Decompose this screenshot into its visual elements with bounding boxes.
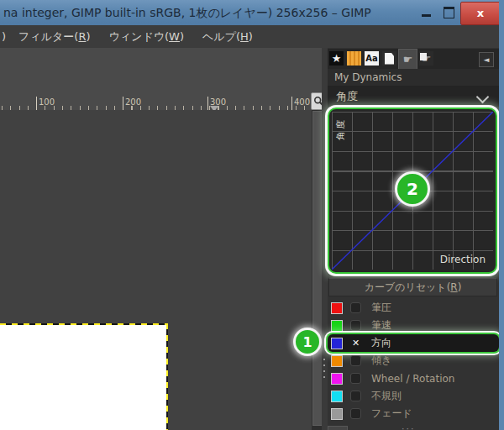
- row-label: 筆速: [371, 318, 391, 333]
- row-velocity[interactable]: 筆速: [328, 317, 499, 334]
- menu-bar: ) フィルター(R) ウィンドウ(W) ヘルプ(H): [0, 25, 499, 49]
- divider-grip: [323, 364, 325, 366]
- image-viewport[interactable]: [0, 110, 312, 430]
- divider-grip: [323, 370, 325, 372]
- font-icon: Aa: [365, 51, 379, 66]
- checkbox[interactable]: [350, 373, 361, 384]
- dropdown-value: 角度: [336, 90, 358, 102]
- checkbox[interactable]: [350, 355, 361, 366]
- dynamics-name-header: My Dynamics: [328, 69, 499, 87]
- dynamics-editor-panel: ★ Aa ☛ ☛ ◄ My Dynamics 角度 角度 Direction カ…: [328, 48, 499, 430]
- layer-boundary-right: [166, 323, 168, 430]
- window-title: na integer, GIMP built-in sRGB, 1枚のレイヤー)…: [3, 0, 371, 25]
- chevron-down-icon: [476, 91, 490, 104]
- tab-document-history[interactable]: [381, 49, 398, 68]
- row-label: 不規則: [371, 389, 402, 403]
- checkbox-checked[interactable]: ✕: [350, 338, 361, 349]
- row-label: Wheel / Rotation: [371, 373, 454, 385]
- dock-divider[interactable]: [322, 48, 328, 430]
- ruler-tick: [207, 97, 208, 111]
- color-swatch: [331, 338, 343, 349]
- tab-patterns[interactable]: [345, 49, 363, 68]
- menu-item-windows[interactable]: ウィンドウ(W): [100, 29, 194, 45]
- reset-curve-button[interactable]: カーブのリセット(R): [328, 278, 497, 296]
- maximize-icon: [444, 7, 454, 18]
- bottom-toolbar-stub: [328, 426, 348, 430]
- document-icon: [382, 51, 396, 66]
- title-bar: na integer, GIMP built-in sRGB, 1枚のレイヤー)…: [0, 0, 504, 25]
- row-direction-selected[interactable]: ✕ 方向: [328, 334, 499, 352]
- dynamics-hand-icon: ☛: [401, 52, 415, 66]
- tab-tool-presets[interactable]: ☛: [417, 49, 435, 68]
- checkbox[interactable]: [350, 391, 361, 401]
- ruler-label-400: 400: [294, 97, 310, 107]
- ruler-tick: [36, 97, 37, 111]
- menu-item-filters[interactable]: フィルター(R): [9, 29, 99, 45]
- vertical-scrollbar[interactable]: [312, 110, 322, 430]
- page-shape: [385, 53, 394, 65]
- row-pressure[interactable]: 筆圧: [328, 299, 499, 317]
- checkbox[interactable]: [350, 302, 361, 313]
- divider-grip: [323, 359, 325, 360]
- color-swatch: [331, 355, 343, 367]
- pattern-icon: [347, 51, 361, 66]
- checkbox[interactable]: [350, 320, 361, 331]
- horizontal-ruler[interactable]: 100 200 300 400: [0, 95, 311, 111]
- dynamics-output-list: 筆圧 筆速 ✕ 方向 傾き Wheel / Rotation: [328, 299, 499, 422]
- ruler-tick: [291, 97, 292, 111]
- row-label: フェード: [371, 406, 412, 421]
- canvas-area: 100 200 300 400: [0, 48, 322, 430]
- menu-item-partial[interactable]: ): [0, 30, 9, 43]
- minimize-icon: [422, 14, 431, 17]
- maximize-button[interactable]: [438, 5, 459, 19]
- row-label: 方向: [371, 336, 391, 350]
- color-swatch: [331, 408, 343, 420]
- close-button[interactable]: x: [460, 2, 501, 25]
- close-icon: x: [477, 7, 484, 19]
- color-swatch: [331, 373, 343, 385]
- row-tilt[interactable]: 傾き: [328, 352, 499, 370]
- output-select-dropdown[interactable]: 角度: [328, 87, 499, 107]
- tab-fonts[interactable]: Aa: [363, 49, 381, 68]
- row-label: 傾き: [371, 354, 391, 368]
- curve-x-axis-label: Direction: [440, 254, 486, 265]
- ruler-label-200: 200: [125, 97, 141, 107]
- row-fade[interactable]: フェード: [328, 405, 499, 422]
- tab-brushes[interactable]: ★: [328, 49, 345, 68]
- dock-tab-bar: ★ Aa ☛ ☛ ◄: [328, 49, 499, 69]
- divider-grip: [323, 376, 325, 378]
- annotation-step-1: 1: [293, 328, 322, 356]
- row-label: 筆圧: [371, 301, 391, 315]
- annotation-step-2: 2: [395, 171, 430, 207]
- dock-collapse-button[interactable]: ◄: [479, 52, 494, 67]
- checkbox[interactable]: [350, 408, 361, 419]
- row-wheel-rotation[interactable]: Wheel / Rotation: [328, 370, 499, 387]
- tool-preset-hand-icon: ☛: [419, 51, 433, 66]
- ruler-tick: [123, 97, 123, 111]
- tab-dynamics-active[interactable]: ☛: [398, 49, 417, 69]
- panel-resize-grip[interactable]: ···: [402, 423, 416, 430]
- curve-y-axis-label: 角度: [334, 118, 347, 140]
- preset-square: [420, 53, 427, 60]
- star-icon: ★: [329, 51, 344, 66]
- minimize-button[interactable]: [417, 5, 437, 19]
- gimp-window: na integer, GIMP built-in sRGB, 1枚のレイヤー)…: [0, 0, 504, 430]
- row-random[interactable]: 不規則: [328, 387, 499, 405]
- color-swatch: [331, 391, 343, 402]
- window-border: [499, 0, 504, 430]
- image-layer-white[interactable]: [0, 325, 166, 430]
- ruler-label-100: 100: [39, 97, 55, 107]
- menu-item-help[interactable]: ヘルプ(H): [193, 29, 262, 45]
- color-swatch: [331, 320, 343, 332]
- layer-boundary-top: [0, 323, 168, 325]
- color-swatch: [331, 302, 343, 314]
